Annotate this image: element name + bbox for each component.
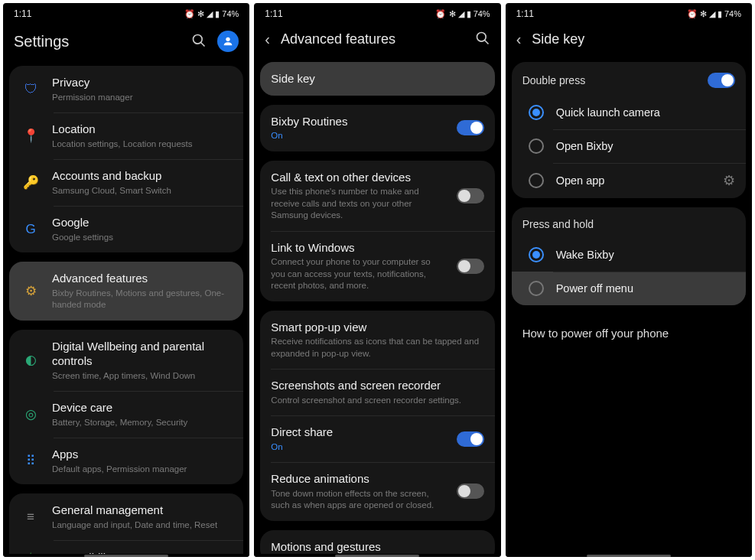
feature-row[interactable]: Link to WindowsConnect your phone to you… xyxy=(260,231,494,301)
status-time: 1:11 xyxy=(265,8,282,19)
row-subtitle: Battery, Storage, Memory, Security xyxy=(52,417,233,429)
row-subtitle: Use this phone's number to make and rece… xyxy=(271,186,445,222)
radio-option[interactable]: Power off menu xyxy=(512,272,746,305)
toggle[interactable] xyxy=(457,120,484,135)
row-icon: 📍 xyxy=(20,128,41,144)
row-title: Side key xyxy=(271,71,483,86)
settings-row[interactable]: ◎Device careBattery, Storage, Memory, Se… xyxy=(9,391,243,438)
radio-option[interactable]: Open Bixby xyxy=(512,129,746,163)
status-bar: 1:11 ⏰ ✻ ◢ ▮ 74% xyxy=(254,3,500,23)
feature-row[interactable]: Screenshots and screen recorderControl s… xyxy=(260,369,494,415)
header: ‹ Side key xyxy=(506,23,752,62)
search-icon[interactable] xyxy=(475,31,490,48)
feature-row[interactable]: Call & text on other devicesUse this pho… xyxy=(260,161,494,231)
side-key-content: Double press Quick launch cameraOpen Bix… xyxy=(506,62,752,554)
status-icons: ⏰ ✻ ◢ ▮ 74% xyxy=(687,9,741,19)
status-bar: 1:11 ⏰ ✻ ◢ ▮ 74% xyxy=(506,3,752,23)
row-title: Accounts and backup xyxy=(52,168,233,184)
feature-row[interactable]: Direct shareOn xyxy=(260,415,494,462)
row-icon: ◎ xyxy=(20,406,41,422)
settings-row[interactable]: ≡General managementLanguage and input, D… xyxy=(9,493,243,540)
back-icon[interactable]: ‹ xyxy=(265,31,270,48)
settings-row[interactable]: ⠿AppsDefault apps, Permission manager xyxy=(9,438,243,484)
feature-row[interactable]: Side key xyxy=(260,62,494,96)
search-icon[interactable] xyxy=(191,33,207,50)
radio-label: Open app xyxy=(556,174,605,188)
settings-list[interactable]: 🛡PrivacyPermission manager📍LocationLocat… xyxy=(3,66,249,554)
radio-option[interactable]: Quick launch camera xyxy=(512,96,746,129)
back-icon[interactable]: ‹ xyxy=(516,31,522,48)
radio-label: Quick launch camera xyxy=(556,106,660,120)
status-bar: 1:11 ⏰ ✻ ◢ ▮ 74% xyxy=(3,3,249,23)
radio-option[interactable]: Open app⚙ xyxy=(512,163,746,198)
section-label: Press and hold xyxy=(522,218,594,230)
gear-icon[interactable]: ⚙ xyxy=(723,172,735,189)
row-subtitle: On xyxy=(271,441,445,454)
row-title: Privacy xyxy=(52,75,233,90)
header: ‹ Advanced features xyxy=(254,23,500,62)
nav-bar xyxy=(3,554,249,557)
advanced-list[interactable]: Side keyBixby RoutinesOnCall & text on o… xyxy=(254,62,500,554)
press-hold-section: Press and hold Wake BixbyPower off menu xyxy=(512,207,746,305)
status-icons: ⏰ ✻ ◢ ▮ 74% xyxy=(435,9,490,19)
svg-point-3 xyxy=(477,33,486,42)
toggle[interactable] xyxy=(457,431,484,447)
svg-line-4 xyxy=(484,41,488,44)
radio-icon xyxy=(529,105,544,120)
account-avatar[interactable] xyxy=(217,31,239,52)
toggle[interactable] xyxy=(457,188,484,203)
row-icon: G xyxy=(20,222,41,237)
feature-row[interactable]: Motions and gestures xyxy=(260,530,494,554)
settings-screen: 1:11 ⏰ ✻ ◢ ▮ 74% Settings 🛡PrivacyPermis… xyxy=(3,3,249,557)
row-subtitle: Location settings, Location requests xyxy=(52,138,233,151)
settings-row[interactable]: 🔑Accounts and backupSamsung Cloud, Smart… xyxy=(9,159,243,206)
svg-point-0 xyxy=(194,34,203,44)
feature-row[interactable]: Reduce animationsTone down motion effect… xyxy=(260,462,494,521)
status-icons: ⏰ ✻ ◢ ▮ 74% xyxy=(184,9,239,19)
how-to-power-off-link[interactable]: How to power off your phone xyxy=(512,314,746,352)
row-title: Bixby Routines xyxy=(271,114,445,129)
settings-row[interactable]: ⚙Advanced featuresBixby Routines, Motion… xyxy=(9,262,243,321)
row-icon: 🔑 xyxy=(20,174,41,190)
row-subtitle: Default apps, Permission manager xyxy=(52,464,233,476)
row-icon: 🛡 xyxy=(20,82,41,97)
row-title: Motions and gestures xyxy=(271,539,483,554)
row-icon: ≡ xyxy=(20,510,41,525)
radio-label: Power off menu xyxy=(556,282,633,296)
settings-row[interactable]: GGoogleGoogle settings xyxy=(9,206,243,252)
row-title: Device care xyxy=(52,400,233,415)
row-title: Smart pop-up view xyxy=(271,320,483,335)
double-press-section: Double press Quick launch cameraOpen Bix… xyxy=(512,62,746,198)
toggle[interactable] xyxy=(457,483,484,499)
row-subtitle: Connect your phone to your computer so y… xyxy=(271,256,445,292)
feature-row[interactable]: Bixby RoutinesOn xyxy=(260,105,494,151)
row-icon: ⚙ xyxy=(20,283,41,299)
row-subtitle: Samsung Cloud, Smart Switch xyxy=(52,185,233,197)
nav-bar xyxy=(254,554,500,557)
radio-option[interactable]: Wake Bixby xyxy=(512,238,746,272)
radio-label: Wake Bixby xyxy=(556,248,614,262)
advanced-features-screen: 1:11 ⏰ ✻ ◢ ▮ 74% ‹ Advanced features Sid… xyxy=(254,3,500,557)
toggle[interactable] xyxy=(457,259,484,274)
row-subtitle: Language and input, Date and time, Reset xyxy=(52,519,233,532)
settings-row[interactable]: 📍LocationLocation settings, Location req… xyxy=(9,112,243,159)
settings-row[interactable]: ✦Accessibility xyxy=(9,540,243,554)
settings-row[interactable]: ◐Digital Wellbeing and parental controls… xyxy=(9,330,243,392)
row-title: General management xyxy=(52,503,233,518)
page-title: Settings xyxy=(14,33,69,50)
row-subtitle: Permission manager xyxy=(52,92,233,104)
settings-row[interactable]: 🛡PrivacyPermission manager xyxy=(9,66,243,112)
nav-bar xyxy=(506,554,752,557)
row-subtitle: On xyxy=(271,130,445,142)
status-time: 1:11 xyxy=(14,8,31,19)
row-title: Link to Windows xyxy=(271,240,445,256)
feature-row[interactable]: Smart pop-up viewReceive notifications a… xyxy=(260,311,494,370)
radio-icon xyxy=(529,281,544,296)
radio-label: Open Bixby xyxy=(556,139,613,154)
double-press-toggle[interactable] xyxy=(708,73,735,88)
page-title: Side key xyxy=(532,31,584,47)
row-title: Google xyxy=(52,215,233,230)
page-title: Advanced features xyxy=(281,31,395,47)
row-title: Direct share xyxy=(271,425,445,440)
status-time: 1:11 xyxy=(516,8,534,19)
